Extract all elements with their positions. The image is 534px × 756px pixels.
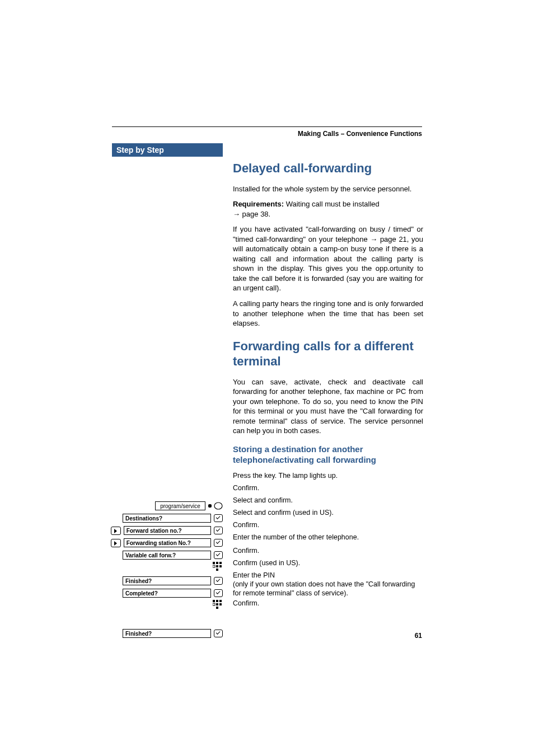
step-confirm-us: Confirm (used in US).	[233, 558, 300, 567]
svg-rect-6	[216, 565, 218, 567]
menu-variable-call-forw: Variable call forw.?	[123, 551, 211, 560]
svg-rect-12	[213, 603, 215, 605]
requirements-page-ref: → page 38.	[233, 210, 270, 218]
heading-delayed-call-forwarding: Delayed call-forwarding	[233, 161, 423, 176]
keypad-icon	[213, 562, 223, 574]
keypad-icon	[213, 600, 223, 612]
menu-completed: Completed?	[123, 589, 211, 598]
svg-rect-15	[216, 607, 218, 609]
header-rule	[112, 126, 422, 127]
subheading-storing-destination: Storing a destination for another teleph…	[233, 444, 423, 466]
step-by-step-label: Step by Step	[112, 143, 223, 157]
step-enter-pin: Enter the PIN (only if your own station …	[233, 571, 423, 598]
step-select-confirm-1: Select and confirm.	[233, 496, 293, 505]
step-enter-number: Enter the number of the other telephone.	[233, 533, 359, 542]
header-section-title: Making Calls – Convenience Functions	[198, 130, 422, 138]
scroll-icon	[111, 527, 121, 535]
svg-rect-11	[219, 600, 222, 602]
svg-rect-4	[219, 562, 222, 564]
step-confirm-1: Confirm.	[233, 483, 259, 492]
paragraph-activated: If you have activated "call-forwarding o…	[233, 224, 423, 293]
paragraph-forwarding-desc: You can save, activate, check and deacti…	[233, 377, 423, 436]
scroll-icon	[111, 539, 121, 547]
step-confirm-4: Confirm.	[233, 599, 259, 608]
svg-rect-10	[216, 600, 218, 602]
step-confirm-3: Confirm.	[233, 546, 259, 555]
svg-rect-0	[208, 504, 212, 508]
step-select-confirm-us: Select and confirm (used in US).	[233, 508, 334, 517]
confirm-icon	[214, 589, 223, 597]
menu-destinations: Destinations?	[123, 514, 211, 523]
requirements-text: Waiting call must be installed	[284, 200, 380, 208]
menu-forward-station-no: Forward station no.?	[124, 526, 211, 535]
menu-forwarding-station-no-us: Forwarding station No.?	[124, 538, 211, 547]
menu-finished-1: Finished?	[123, 576, 211, 585]
svg-rect-3	[216, 562, 218, 564]
step-press-key: Press the key. The lamp lights up.	[233, 471, 338, 480]
step-confirm-2: Confirm.	[233, 520, 259, 529]
svg-rect-14	[219, 603, 222, 605]
paragraph-installed: Installed for the whole system by the se…	[233, 184, 423, 194]
paragraph-requirements: Requirements: Waiting call must be insta…	[233, 199, 423, 219]
page-number: 61	[415, 632, 422, 640]
paragraph-ringing: A calling party hears the ringing tone a…	[233, 299, 423, 328]
confirm-icon	[214, 577, 223, 585]
svg-point-1	[214, 503, 222, 509]
requirements-label: Requirements:	[233, 200, 284, 208]
menu-program-service: program/service	[155, 501, 205, 510]
svg-rect-7	[219, 565, 222, 567]
step-enter-pin-note: (only if your own station does not have …	[233, 580, 415, 597]
confirm-icon	[214, 539, 223, 547]
heading-forwarding-different-terminal: Forwarding calls for a different termina…	[233, 339, 423, 369]
svg-rect-8	[216, 569, 218, 571]
svg-rect-13	[216, 603, 218, 605]
svg-rect-5	[213, 565, 215, 567]
menu-finished-2: Finished?	[123, 629, 211, 638]
confirm-icon	[214, 514, 223, 522]
svg-rect-9	[213, 600, 215, 602]
confirm-icon	[214, 551, 223, 559]
step-enter-pin-title: Enter the PIN	[233, 571, 275, 579]
confirm-icon	[214, 630, 223, 637]
confirm-icon	[214, 527, 223, 534]
svg-rect-2	[213, 562, 215, 564]
lamp-icon	[208, 502, 223, 510]
